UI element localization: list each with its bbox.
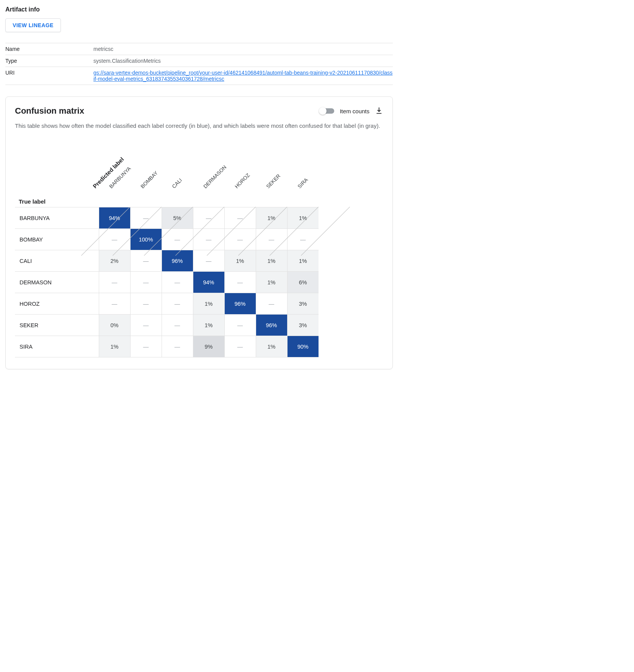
item-counts-toggle-label: Item counts: [340, 108, 369, 114]
matrix-cell: —: [224, 207, 256, 229]
matrix-cell: —: [224, 315, 256, 336]
matrix-cell: 2%: [99, 250, 130, 272]
predicted-label-text: CALI: [171, 177, 183, 189]
matrix-cell: 1%: [224, 250, 256, 272]
matrix-cell: 1%: [256, 272, 287, 293]
matrix-cell: —: [193, 250, 224, 272]
predicted-label-text: SIRA: [296, 177, 309, 189]
matrix-cell: —: [224, 229, 256, 250]
matrix-cell: —: [130, 250, 162, 272]
info-name-label: Name: [5, 43, 93, 55]
matrix-cell: —: [99, 293, 130, 315]
info-uri-link[interactable]: gs://sara-vertex-demos-bucket/pipeline_r…: [93, 70, 392, 82]
matrix-cell: 3%: [287, 315, 319, 336]
view-lineage-button[interactable]: VIEW LINEAGE: [5, 18, 61, 32]
matrix-cell: 96%: [224, 293, 256, 315]
matrix-cell: —: [162, 229, 193, 250]
true-label-row-header: BOMBAY: [15, 229, 99, 250]
matrix-cell: —: [162, 293, 193, 315]
matrix-cell: —: [193, 207, 224, 229]
matrix-row: CALI2%—96%—1%1%1%: [15, 250, 319, 272]
matrix-cell: 94%: [193, 272, 224, 293]
matrix-cell: —: [130, 336, 162, 357]
true-label-row-header: HOROZ: [15, 293, 99, 315]
info-row-name: Name metricsc: [5, 43, 393, 55]
confusion-matrix-card: Confusion matrix Item counts This table …: [5, 96, 393, 369]
matrix-cell: 100%: [130, 229, 162, 250]
matrix-cell: —: [130, 207, 162, 229]
matrix-cell: 1%: [256, 336, 287, 357]
true-label-row-header: SIRA: [15, 336, 99, 357]
matrix-cell: 3%: [287, 293, 319, 315]
predicted-label-text: BOMBAY: [139, 170, 159, 189]
matrix-cell: 1%: [99, 336, 130, 357]
matrix-cell: —: [256, 293, 287, 315]
predicted-label-text: SEKER: [265, 173, 281, 189]
matrix-cell: —: [130, 315, 162, 336]
true-label-row-header: BARBUNYA: [15, 207, 99, 229]
predicted-label-header: SEKER: [256, 157, 287, 207]
matrix-cell: 9%: [193, 336, 224, 357]
matrix-cell: —: [256, 229, 287, 250]
matrix-cell: —: [224, 336, 256, 357]
matrix-cell: 1%: [193, 293, 224, 315]
matrix-cell: —: [162, 315, 193, 336]
matrix-row: SIRA1%——9%—1%90%: [15, 336, 319, 357]
download-icon[interactable]: [375, 107, 383, 115]
matrix-cell: —: [224, 272, 256, 293]
matrix-row: BOMBAY—100%—————: [15, 229, 319, 250]
true-label-corner: True label: [19, 198, 46, 205]
predicted-label-corner: Predicted label: [92, 156, 125, 189]
predicted-label-header: SIRA: [287, 157, 319, 207]
info-type-value: system.ClassificationMetrics: [93, 55, 393, 67]
confusion-matrix-table: BARBUNYA94%—5%——1%1%BOMBAY—100%—————CALI…: [15, 207, 319, 357]
matrix-cell: 1%: [256, 207, 287, 229]
matrix-cell: 96%: [256, 315, 287, 336]
matrix-cell: 1%: [193, 315, 224, 336]
info-type-label: Type: [5, 55, 93, 67]
matrix-row: BARBUNYA94%—5%——1%1%: [15, 207, 319, 229]
predicted-label-header: BOMBAY: [130, 157, 162, 207]
info-row-uri: URI gs://sara-vertex-demos-bucket/pipeli…: [5, 67, 393, 85]
info-row-type: Type system.ClassificationMetrics: [5, 55, 393, 67]
matrix-cell: 90%: [287, 336, 319, 357]
matrix-cell: —: [99, 229, 130, 250]
true-label-row-header: DERMASON: [15, 272, 99, 293]
matrix-cell: 1%: [287, 250, 319, 272]
predicted-label-text: HOROZ: [234, 172, 251, 189]
confusion-matrix-title: Confusion matrix: [15, 106, 84, 116]
matrix-cell: 94%: [99, 207, 130, 229]
matrix-cell: —: [130, 293, 162, 315]
matrix-cell: —: [162, 336, 193, 357]
artifact-info-heading: Artifact info: [5, 6, 393, 13]
item-counts-toggle[interactable]: [320, 108, 334, 114]
matrix-cell: 1%: [287, 207, 319, 229]
matrix-cell: —: [287, 229, 319, 250]
matrix-cell: 6%: [287, 272, 319, 293]
info-uri-label: URI: [5, 67, 93, 85]
matrix-cell: —: [193, 229, 224, 250]
true-label-row-header: CALI: [15, 250, 99, 272]
toggle-knob: [319, 107, 327, 115]
predicted-label-header: CALI: [162, 157, 193, 207]
matrix-cell: —: [99, 272, 130, 293]
info-name-value: metricsc: [93, 43, 393, 55]
matrix-row: HOROZ———1%96%—3%: [15, 293, 319, 315]
predicted-label-text: DERMASON: [202, 164, 227, 189]
matrix-cell: 5%: [162, 207, 193, 229]
matrix-cell: 0%: [99, 315, 130, 336]
predicted-label-header: HOROZ: [224, 157, 256, 207]
confusion-matrix-description: This table shows how often the model cla…: [15, 121, 382, 130]
predicted-label-header: DERMASON: [193, 157, 224, 207]
matrix-cell: 1%: [256, 250, 287, 272]
matrix-row: SEKER0%——1%—96%3%: [15, 315, 319, 336]
matrix-cell: 96%: [162, 250, 193, 272]
matrix-cell: —: [162, 272, 193, 293]
predicted-label-headers: Predicted label True label BARBUNYABOMBA…: [15, 157, 383, 207]
true-label-row-header: SEKER: [15, 315, 99, 336]
artifact-info-table: Name metricsc Type system.Classification…: [5, 43, 393, 85]
matrix-cell: —: [130, 272, 162, 293]
matrix-row: DERMASON———94%—1%6%: [15, 272, 319, 293]
